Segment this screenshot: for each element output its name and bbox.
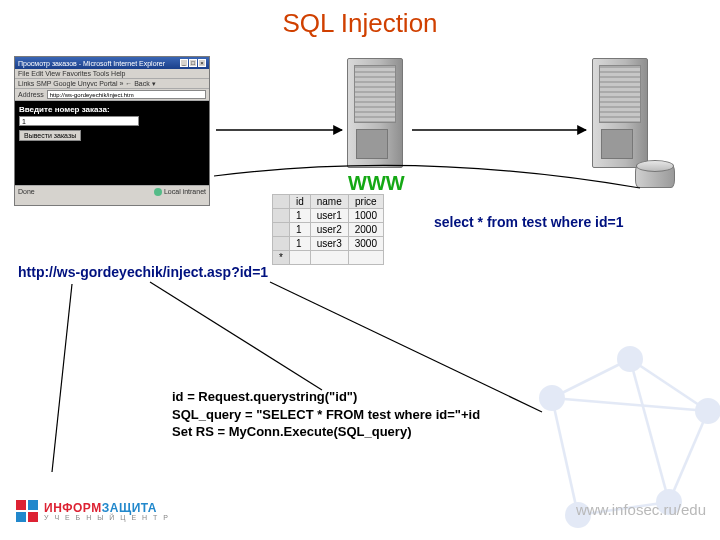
- address-label: Address: [18, 91, 44, 99]
- brand-b: ЗАЩИТА: [102, 501, 157, 515]
- injected-url: http://ws-gordeyechik/inject.asp?id=1: [18, 264, 268, 280]
- svg-line-16: [52, 284, 72, 472]
- submit-button[interactable]: Вывести заказы: [19, 130, 81, 141]
- svg-line-6: [552, 398, 708, 411]
- svg-line-14: [150, 282, 322, 390]
- address-input[interactable]: [47, 90, 206, 99]
- browser-menubar: File Edit View Favorites Tools Help: [15, 69, 209, 79]
- brand-sub: У Ч Е Б Н Ы Й Ц Е Н Т Р: [44, 514, 170, 521]
- svg-line-0: [552, 359, 630, 398]
- col-header: [273, 195, 290, 209]
- footer-url: www.infosec.ru/edu: [576, 501, 706, 518]
- result-table: idnameprice 1user110001user220001user330…: [272, 194, 384, 265]
- col-header: name: [310, 195, 348, 209]
- table-row: 1user11000: [273, 209, 384, 223]
- svg-point-7: [540, 386, 563, 409]
- svg-line-4: [552, 398, 578, 515]
- www-label: WWW: [348, 172, 405, 195]
- svg-point-8: [618, 347, 641, 370]
- table-row: *: [273, 251, 384, 265]
- status-zone: Local intranet: [164, 188, 206, 195]
- col-header: price: [348, 195, 383, 209]
- database-icon: [635, 164, 675, 192]
- order-input[interactable]: [19, 116, 139, 126]
- window-controls: _□×: [179, 59, 206, 67]
- web-server: [347, 58, 411, 168]
- svg-point-9: [696, 399, 719, 422]
- status-done: Done: [18, 188, 35, 195]
- browser-linksbar: Links SMP Google Unyvc Portal » ← Back ▾: [15, 79, 209, 89]
- svg-line-2: [669, 411, 708, 502]
- sql-result-text: select * from test where id=1: [434, 214, 623, 230]
- logo-mark: [16, 500, 38, 522]
- browser-titlebar-text: Просмотр заказов - Microsoft Internet Ex…: [18, 60, 165, 67]
- db-server: [592, 58, 656, 168]
- col-header: id: [289, 195, 310, 209]
- slide-title: SQL Injection: [282, 8, 437, 39]
- intranet-icon: [154, 188, 162, 196]
- brand-logo: ИНФОРМЗАЩИТА У Ч Е Б Н Ы Й Ц Е Н Т Р: [16, 500, 170, 522]
- asp-code: id = Request.querystring("id") SQL_query…: [172, 388, 480, 441]
- table-row: 1user22000: [273, 223, 384, 237]
- order-prompt: Введите номер заказа:: [19, 105, 205, 114]
- table-row: 1user33000: [273, 237, 384, 251]
- browser-window: Просмотр заказов - Microsoft Internet Ex…: [14, 56, 210, 206]
- brand-a: ИНФОРМ: [44, 501, 102, 515]
